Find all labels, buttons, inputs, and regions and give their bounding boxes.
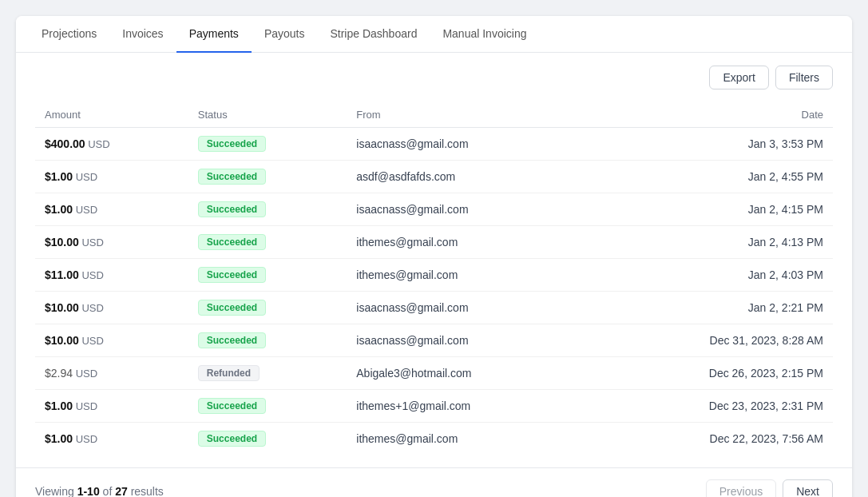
cell-date: Jan 2, 4:15 PM [591,193,834,226]
table-row[interactable]: $1.00 USDSucceededithemes@gmail.comDec 2… [35,423,833,455]
col-status: Status [188,102,347,128]
status-badge: Succeeded [198,234,266,250]
cell-from: ithemes@gmail.com [347,226,590,259]
cell-date: Jan 3, 3:53 PM [591,128,834,161]
tab-stripe-dashboard[interactable]: Stripe Dashboard [317,16,430,53]
viewing-range: 1-10 [77,485,100,497]
cell-date: Jan 2, 4:13 PM [591,226,834,259]
cell-date: Jan 2, 2:21 PM [591,292,834,324]
amount-value: $10.00 [45,301,79,314]
amount-value: $11.00 [45,268,79,281]
cell-status: Succeeded [188,324,347,357]
table-row[interactable]: $10.00 USDSucceededithemes@gmail.comJan … [35,226,833,259]
cell-amount: $2.94 USD [35,357,188,390]
currency-value: USD [73,204,97,216]
currency-value: USD [79,269,104,281]
table-row[interactable]: $1.00 USDSucceededithemes+1@gmail.comDec… [35,390,833,423]
cell-from: asdf@asdfafds.com [347,161,590,193]
amount-value: $1.00 [45,432,73,445]
table-row[interactable]: $1.00 USDSucceededasdf@asdfafds.comJan 2… [35,161,833,193]
amount-value: $10.00 [45,236,79,248]
cell-from: isaacnass@gmail.com [347,324,590,357]
col-amount: Amount [35,102,188,128]
currency-value: USD [73,368,97,380]
cell-from: Abigale3@hotmail.com [347,357,590,390]
cell-status: Succeeded [188,128,347,161]
currency-value: USD [79,335,104,347]
cell-amount: $1.00 USD [35,390,188,423]
cell-amount: $1.00 USD [35,423,188,455]
table-row[interactable]: $11.00 USDSucceededithemes@gmail.comJan … [35,259,833,292]
viewing-mid: of [100,485,115,497]
tab-invoices[interactable]: Invoices [109,16,176,53]
status-badge: Succeeded [198,201,266,217]
currency-value: USD [79,302,104,314]
cell-date: Dec 31, 2023, 8:28 AM [591,324,834,357]
status-badge: Succeeded [198,300,266,316]
table-row[interactable]: $2.94 USDRefundedAbigale3@hotmail.comDec… [35,357,833,390]
status-badge: Succeeded [198,267,266,283]
status-badge: Succeeded [198,332,266,348]
cell-amount: $11.00 USD [35,259,188,292]
cell-status: Refunded [188,357,347,390]
cell-from: isaacnass@gmail.com [347,292,590,324]
col-date: Date [591,102,834,128]
previous-button[interactable]: Previous [706,479,776,497]
content-area: Export Filters Amount Status From Date $… [16,53,852,467]
main-container: Projections Invoices Payments Payouts St… [16,16,852,497]
cell-from: ithemes@gmail.com [347,423,590,455]
toolbar: Export Filters [35,66,833,89]
status-badge: Succeeded [198,169,266,185]
currency-value: USD [79,237,104,248]
cell-date: Jan 2, 4:55 PM [591,161,834,193]
currency-value: USD [85,138,110,150]
table-row[interactable]: $10.00 USDSucceededisaacnass@gmail.comJa… [35,292,833,324]
status-badge: Succeeded [198,136,266,152]
cell-amount: $10.00 USD [35,292,188,324]
table-row[interactable]: $1.00 USDSucceededisaacnass@gmail.comJan… [35,193,833,226]
currency-value: USD [73,171,97,183]
cell-date: Dec 22, 2023, 7:56 AM [591,423,834,455]
tab-manual-invoicing[interactable]: Manual Invoicing [430,16,539,53]
table-row[interactable]: $400.00 USDSucceededisaacnass@gmail.comJ… [35,128,833,161]
cell-amount: $1.00 USD [35,193,188,226]
cell-date: Dec 26, 2023, 2:15 PM [591,357,834,390]
cell-amount: $10.00 USD [35,226,188,259]
results-info: Viewing 1-10 of 27 results [35,485,164,497]
tab-bar: Projections Invoices Payments Payouts St… [16,16,852,53]
filters-button[interactable]: Filters [775,66,833,89]
payments-table: Amount Status From Date $400.00 USDSucce… [35,102,833,455]
cell-amount: $1.00 USD [35,161,188,193]
cell-from: isaacnass@gmail.com [347,128,590,161]
table-footer: Viewing 1-10 of 27 results Previous Next [16,467,852,497]
cell-date: Dec 23, 2023, 2:31 PM [591,390,834,423]
currency-value: USD [73,400,97,412]
tab-payments[interactable]: Payments [176,16,252,53]
export-button[interactable]: Export [709,66,768,89]
amount-value: $1.00 [45,400,73,412]
viewing-prefix: Viewing [35,485,77,497]
amount-value: $2.94 [45,367,73,380]
cell-from: isaacnass@gmail.com [347,193,590,226]
col-from: From [347,102,590,128]
tab-projections[interactable]: Projections [29,16,109,53]
cell-date: Jan 2, 4:03 PM [591,259,834,292]
tab-payouts[interactable]: Payouts [252,16,318,53]
cell-status: Succeeded [188,193,347,226]
viewing-total: 27 [115,485,128,497]
currency-value: USD [73,433,97,445]
pagination: Previous Next [706,479,833,497]
cell-amount: $400.00 USD [35,128,188,161]
cell-amount: $10.00 USD [35,324,188,357]
amount-value: $10.00 [45,334,79,347]
table-row[interactable]: $10.00 USDSucceededisaacnass@gmail.comDe… [35,324,833,357]
status-badge: Succeeded [198,398,266,414]
cell-status: Succeeded [188,226,347,259]
amount-value: $1.00 [45,170,73,183]
amount-value: $1.00 [45,203,73,216]
cell-from: ithemes+1@gmail.com [347,390,590,423]
amount-value: $400.00 [45,137,85,150]
cell-status: Succeeded [188,390,347,423]
cell-status: Succeeded [188,161,347,193]
next-button[interactable]: Next [783,479,833,497]
